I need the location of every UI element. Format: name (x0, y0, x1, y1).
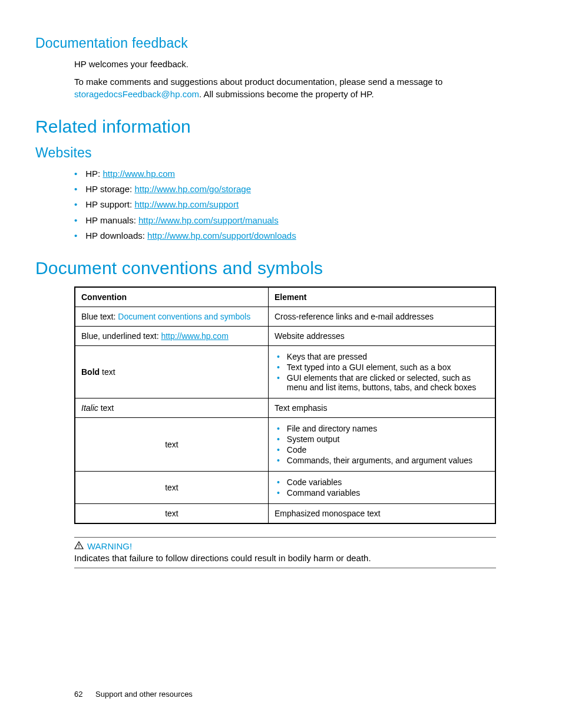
table-row: Blue, underlined text: http://www.hp.com… (75, 327, 495, 346)
cell-convention: text (75, 504, 268, 524)
feedback-p2-tail: . All submissions become the property of… (199, 89, 374, 99)
footer-title: Support and other resources (95, 690, 193, 699)
website-link[interactable]: http://www.hp.com/support/downloads (147, 230, 296, 241)
heading-related-information: Related information (35, 117, 527, 137)
table-row: text Code variables Command variables (75, 472, 495, 504)
website-label: HP: (85, 169, 103, 179)
italic-example: Italic (81, 403, 101, 413)
blue-text-example: Document conventions and symbols (118, 312, 250, 321)
bold-example: Bold (81, 367, 100, 377)
heading-websites: Websites (35, 145, 527, 161)
table-row: Blue text: Document conventions and symb… (75, 307, 495, 327)
table-row: text File and directory names System out… (75, 418, 495, 472)
website-link[interactable]: http://www.hp.com/go/storage (134, 184, 251, 194)
website-label: HP support: (85, 199, 134, 209)
heading-documentation-feedback: Documentation feedback (35, 35, 527, 51)
divider (74, 537, 496, 538)
cell-convention: Blue, underlined text: http://www.hp.com (75, 327, 268, 346)
feedback-p2-lead: To make comments and suggestions about p… (74, 77, 442, 87)
cell-element: Code variables Command variables (268, 472, 495, 504)
warning-label: WARNING! (87, 541, 132, 551)
th-element: Element (268, 287, 495, 307)
cell-list-item: File and directory names (275, 424, 489, 433)
svg-point-1 (78, 547, 80, 548)
cell-list-item: Command variables (275, 488, 489, 498)
conventions-table: Convention Element Blue text: Document c… (74, 286, 496, 524)
website-label: HP manuals: (85, 215, 138, 225)
cell-list-item: Code variables (275, 477, 489, 487)
bold-suffix: text (100, 367, 115, 377)
list-item: HP downloads: http://www.hp.com/support/… (74, 230, 527, 242)
page: Documentation feedback HP welcomes your … (0, 0, 562, 728)
table-row: Bold text Keys that are pressed Text typ… (75, 346, 495, 398)
website-link[interactable]: http://www.hp.com/support/manuals (138, 215, 279, 225)
feedback-email-link[interactable]: storagedocsFeedback@hp.com (74, 89, 199, 99)
cell-element: Text emphasis (268, 398, 495, 418)
table-row: text Emphasized monospace text (75, 504, 495, 524)
cell-list-item: Commands, their arguments, and argument … (275, 456, 489, 465)
cell-list-item: System output (275, 434, 489, 444)
cell-element: Website addresses (268, 327, 495, 346)
italic-suffix: text (101, 403, 114, 413)
warning-heading: WARNING! (74, 541, 496, 551)
cell-list-item: Code (275, 445, 489, 454)
warning-icon (74, 541, 84, 551)
warning-text: Indicates that failure to follow directi… (74, 552, 496, 564)
cell-convention: text (75, 418, 268, 472)
blue-text-label: Blue text: (81, 312, 118, 321)
website-link[interactable]: http://www.hp.com/support (134, 199, 239, 209)
heading-document-conventions: Document conventions and symbols (35, 258, 527, 278)
blue-underline-label: Blue, underlined text: (81, 331, 161, 341)
cell-element: Keys that are pressed Text typed into a … (268, 346, 495, 398)
warning-block: WARNING! Indicates that failure to follo… (74, 537, 496, 568)
blue-underline-example[interactable]: http://www.hp.com (161, 331, 228, 341)
th-convention: Convention (75, 287, 268, 307)
list-item: HP: http://www.hp.com (74, 168, 527, 180)
website-link[interactable]: http://www.hp.com (103, 169, 175, 179)
website-label: HP storage: (85, 184, 134, 194)
cell-convention: Italic text (75, 398, 268, 418)
website-label: HP downloads: (85, 230, 147, 241)
cell-element: File and directory names System output C… (268, 418, 495, 472)
page-footer: 62 Support and other resources (74, 690, 193, 699)
cell-element: Emphasized monospace text (268, 504, 495, 524)
page-number: 62 (74, 690, 82, 699)
cell-convention: Bold text (75, 346, 268, 398)
feedback-body: HP welcomes your feedback. To make comme… (74, 58, 527, 100)
feedback-p2: To make comments and suggestions about p… (74, 76, 527, 100)
list-item: HP storage: http://www.hp.com/go/storage (74, 183, 527, 195)
websites-list: HP: http://www.hp.com HP storage: http:/… (74, 168, 527, 242)
feedback-p1: HP welcomes your feedback. (74, 58, 527, 70)
table-row: Italic text Text emphasis (75, 398, 495, 418)
cell-convention: text (75, 472, 268, 504)
cell-list-item: GUI elements that are clicked or selecte… (275, 373, 489, 392)
cell-element: Cross-reference links and e-mail address… (268, 307, 495, 327)
cell-convention: Blue text: Document conventions and symb… (75, 307, 268, 327)
list-item: HP manuals: http://www.hp.com/support/ma… (74, 215, 527, 226)
divider (74, 568, 496, 568)
cell-list-item: Keys that are pressed (275, 352, 489, 361)
table-header-row: Convention Element (75, 287, 495, 307)
list-item: HP support: http://www.hp.com/support (74, 199, 527, 210)
cell-list-item: Text typed into a GUI element, such as a… (275, 363, 489, 372)
